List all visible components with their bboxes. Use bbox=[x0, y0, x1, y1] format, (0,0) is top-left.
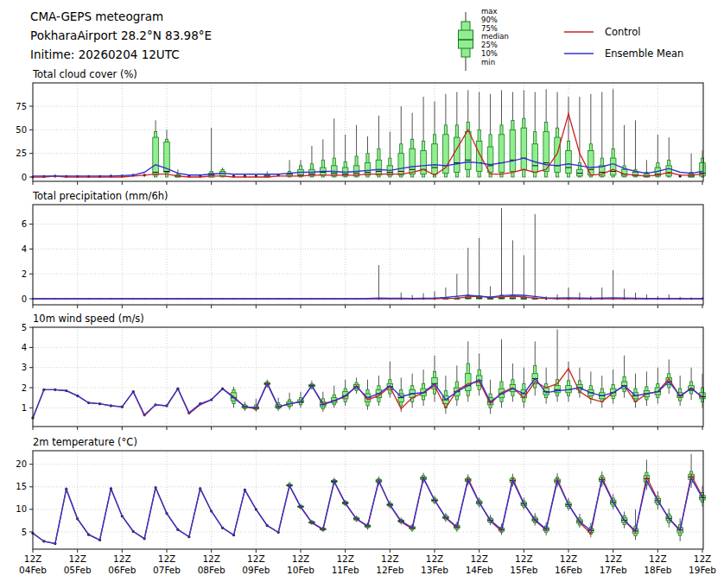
xtick-date-label: 16Feb bbox=[555, 565, 582, 575]
10m-wind-speed-ytick-label: 3 bbox=[22, 363, 27, 372]
xtick-date-label: 14Feb bbox=[466, 565, 493, 575]
panel-total-precipitation: 0246Total precipitation (mm/6h) bbox=[22, 190, 704, 308]
xtick-date-label: 12Feb bbox=[376, 565, 403, 575]
panel-10m-wind-speed: 1234510m wind speed (m/s) bbox=[22, 313, 706, 430]
xtick-hour-label: 12Z bbox=[292, 553, 310, 564]
panel-title-2m-temperature: 2m temperature (°C) bbox=[33, 436, 137, 448]
panel-total-cloud-cover: 0255075Total cloud cover (%) bbox=[16, 68, 705, 185]
total-cloud-cover-ytick-label: 75 bbox=[16, 102, 27, 111]
xtick-date-label: 05Feb bbox=[64, 565, 92, 575]
xtick-date-label: 18Feb bbox=[644, 565, 671, 575]
xtick-date-label: 17Feb bbox=[600, 565, 627, 575]
xtick-date-label: 09Feb bbox=[242, 565, 270, 575]
10m-wind-speed-ytick-label: 1 bbox=[22, 403, 27, 413]
panel-title-10m-wind-speed: 10m wind speed (m/s) bbox=[33, 313, 144, 325]
panel-title-total-precipitation: Total precipitation (mm/6h) bbox=[32, 190, 168, 202]
xtick-hour-label: 12Z bbox=[426, 553, 444, 564]
xtick-hour-label: 12Z bbox=[649, 553, 667, 564]
xtick-date-label: 08Feb bbox=[198, 565, 225, 575]
xtick-hour-label: 12Z bbox=[247, 553, 265, 564]
total-precipitation-ytick-label: 4 bbox=[22, 244, 27, 254]
x-axis-labels: 12Z04Feb12Z05Feb12Z06Feb12Z07Feb12Z08Feb… bbox=[19, 553, 716, 575]
total-precipitation-ytick-label: 6 bbox=[22, 219, 27, 229]
meteogram-canvas: 0255075Total cloud cover (%)0246Total pr… bbox=[0, 0, 724, 588]
xtick-hour-label: 12Z bbox=[604, 553, 622, 564]
xtick-date-label: 15Feb bbox=[510, 565, 537, 575]
2m-temperature-ytick-label: 5 bbox=[22, 528, 27, 537]
xtick-hour-label: 12Z bbox=[515, 553, 533, 564]
xtick-hour-label: 12Z bbox=[381, 553, 399, 564]
xtick-date-label: 07Feb bbox=[153, 565, 181, 575]
xtick-hour-label: 12Z bbox=[560, 553, 578, 564]
10m-wind-speed-ytick-label: 5 bbox=[22, 323, 27, 332]
panel-title-total-cloud-cover: Total cloud cover (%) bbox=[32, 68, 137, 80]
2m-temperature-ytick-label: 10 bbox=[16, 504, 27, 514]
total-precipitation-ytick-label: 0 bbox=[22, 294, 27, 304]
panel-2m-temperature: 51015202m temperature (°C) bbox=[16, 436, 705, 553]
xtick-hour-label: 12Z bbox=[24, 553, 42, 564]
xtick-hour-label: 12Z bbox=[158, 553, 176, 564]
2m-temperature-ytick-label: 15 bbox=[16, 482, 27, 491]
10m-wind-speed-ytick-label: 2 bbox=[22, 383, 27, 393]
xtick-date-label: 19Feb bbox=[689, 565, 716, 575]
xtick-hour-label: 12Z bbox=[68, 553, 86, 564]
xtick-hour-label: 12Z bbox=[470, 553, 488, 564]
total-precipitation-ytick-label: 2 bbox=[22, 269, 27, 279]
xtick-hour-label: 12Z bbox=[202, 553, 220, 564]
total-cloud-cover-ytick-label: 25 bbox=[16, 149, 27, 158]
xtick-hour-label: 12Z bbox=[694, 553, 712, 564]
10m-wind-speed-ytick-label: 4 bbox=[22, 343, 27, 352]
total-cloud-cover-ytick-label: 50 bbox=[16, 125, 27, 135]
10m-wind-speed-boxplots bbox=[31, 329, 705, 419]
xtick-date-label: 11Feb bbox=[332, 565, 359, 575]
total-cloud-cover-boxplots bbox=[31, 89, 705, 178]
total-precipitation-boxplots bbox=[32, 208, 703, 300]
xtick-hour-label: 12Z bbox=[336, 553, 354, 564]
xtick-date-label: 10Feb bbox=[287, 565, 314, 575]
xtick-hour-label: 12Z bbox=[113, 553, 131, 564]
xtick-date-label: 13Feb bbox=[421, 565, 448, 575]
2m-temperature-ensemble-mean-line bbox=[33, 478, 702, 544]
meteogram-page: CMA-GEPS meteogram PokharaAirport 28.2°N… bbox=[0, 0, 724, 588]
xtick-date-label: 04Feb bbox=[19, 565, 47, 575]
total-cloud-cover-ytick-label: 0 bbox=[22, 173, 27, 182]
2m-temperature-ytick-label: 20 bbox=[16, 459, 27, 469]
xtick-date-label: 06Feb bbox=[108, 565, 136, 575]
